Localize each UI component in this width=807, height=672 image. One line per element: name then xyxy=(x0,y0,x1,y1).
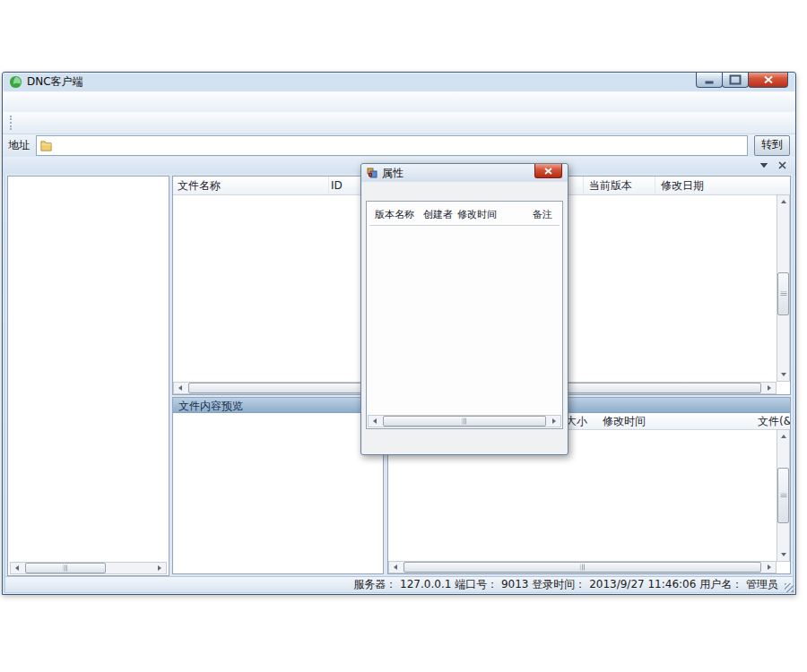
properties-icon xyxy=(367,168,377,178)
column-header-modified[interactable]: 修改时间 xyxy=(587,414,758,429)
go-button[interactable]: 转到 xyxy=(754,135,790,156)
version-table-header: 版本名称 创建者 修改时间 备注 xyxy=(369,202,560,226)
scroll-up-icon[interactable] xyxy=(777,195,789,208)
dialog-title: 属性 xyxy=(382,166,404,181)
server-tree xyxy=(8,178,169,561)
app-logo-icon xyxy=(9,75,22,89)
preview-header: 文件内容预览 xyxy=(173,398,383,413)
close-icon xyxy=(544,168,552,175)
window-title: DNC客户端 xyxy=(27,74,83,90)
scroll-left-icon[interactable] xyxy=(369,416,381,426)
resize-grip[interactable] xyxy=(785,583,794,592)
column-header-modified-time[interactable]: 修改时间 xyxy=(457,208,533,221)
column-header-version[interactable]: 当前版本 xyxy=(584,177,655,194)
scroll-down-icon[interactable] xyxy=(777,368,789,381)
address-label: 地址 xyxy=(8,138,30,153)
dialog-close-button[interactable] xyxy=(534,164,562,178)
minimize-icon xyxy=(706,82,714,84)
properties-dialog: 属性 版本名称 创建者 修改时间 备注 xyxy=(360,163,568,455)
tab-strip-controls xyxy=(760,161,786,169)
scroll-right-icon[interactable] xyxy=(763,562,776,573)
close-icon xyxy=(763,76,773,84)
scroll-left-icon[interactable] xyxy=(174,383,187,393)
maximize-button[interactable] xyxy=(722,73,749,88)
scroll-left-icon[interactable] xyxy=(11,563,23,573)
close-button[interactable] xyxy=(748,73,788,88)
server-tree-panel xyxy=(7,176,169,576)
dialog-tabs xyxy=(361,182,568,185)
column-header-note[interactable]: 备注 xyxy=(533,208,560,221)
column-header-file-name[interactable]: 文件名称 xyxy=(173,177,329,194)
scroll-right-icon[interactable] xyxy=(548,416,560,426)
scroll-right-icon[interactable] xyxy=(763,383,776,393)
dialog-hscrollbar[interactable] xyxy=(368,415,561,427)
app-window: DNC客户端 地址 转到 xyxy=(2,72,796,595)
breadcrumb xyxy=(56,136,747,155)
column-header-date[interactable]: 修改日期 xyxy=(655,177,790,194)
preview-content xyxy=(173,413,383,420)
dropdown-icon[interactable] xyxy=(760,163,768,168)
toolbar xyxy=(3,112,795,134)
column-header-version-name[interactable]: 版本名称 xyxy=(369,208,423,221)
close-pane-icon[interactable] xyxy=(778,161,786,169)
address-field[interactable] xyxy=(36,135,748,156)
file-list-vscrollbar[interactable] xyxy=(777,194,790,382)
menu-bar xyxy=(3,91,795,112)
scroll-down-icon[interactable] xyxy=(777,548,789,561)
related-files-vscrollbar[interactable] xyxy=(777,429,790,562)
maximize-icon xyxy=(730,75,742,85)
window-controls xyxy=(697,73,788,88)
scroll-up-icon[interactable] xyxy=(777,430,789,443)
address-folder-icon xyxy=(39,140,53,152)
scroll-left-icon[interactable] xyxy=(389,562,402,573)
scroll-right-icon[interactable] xyxy=(153,563,166,573)
dialog-title-bar[interactable]: 属性 xyxy=(361,164,568,182)
title-bar[interactable]: DNC客户端 xyxy=(3,73,795,91)
status-bar: 服务器： 127.0.0.1 端口号： 9013 登录时间： 2013/9/27… xyxy=(5,576,793,592)
related-files-hscrollbar[interactable] xyxy=(388,561,777,573)
status-text: 服务器： 127.0.0.1 端口号： 9013 登录时间： 2013/9/27… xyxy=(353,577,778,592)
minimize-button[interactable] xyxy=(696,73,723,88)
tree-hscrollbar[interactable] xyxy=(10,562,167,574)
column-header-creator[interactable]: 创建者 xyxy=(423,208,457,221)
column-header-file[interactable]: 文件(&l xyxy=(758,414,790,429)
file-preview-panel: 文件内容预览 xyxy=(172,397,384,574)
address-bar: 地址 转到 xyxy=(3,134,795,157)
version-info-pane: 版本名称 创建者 修改时间 备注 xyxy=(366,201,563,429)
toolbar-grip[interactable] xyxy=(10,116,13,130)
